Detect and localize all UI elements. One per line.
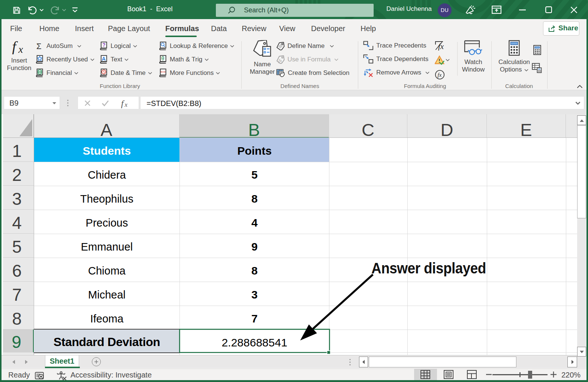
svg-text:x: x (18, 43, 23, 54)
svg-text:A: A (102, 55, 106, 61)
svg-text:f: f (121, 98, 125, 108)
svg-text:Σ: Σ (36, 42, 42, 50)
svg-text:?: ? (102, 42, 106, 48)
svg-text:fx: fx (438, 72, 442, 78)
svg-text:fx: fx (278, 58, 282, 63)
svg-text:x: x (124, 101, 128, 108)
svg-text:θ: θ (162, 55, 165, 61)
svg-text:f: f (12, 40, 18, 54)
svg-text:fx: fx (438, 42, 444, 51)
